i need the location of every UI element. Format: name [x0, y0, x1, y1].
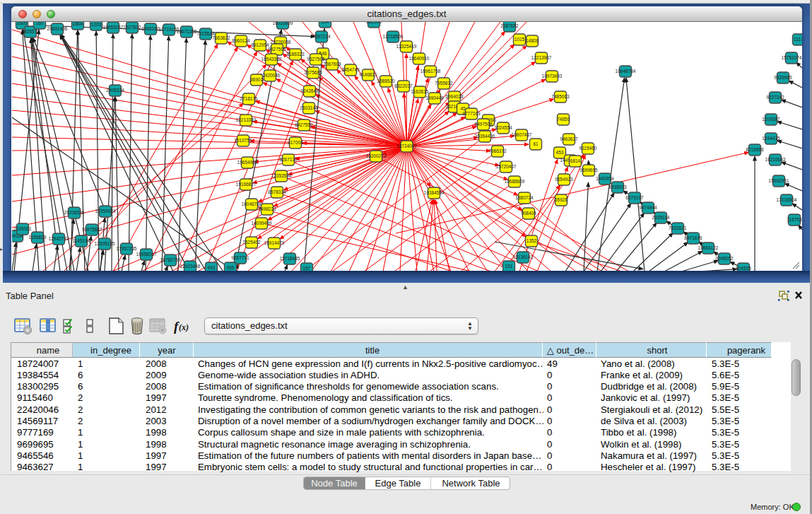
svg-text:12923448: 12923448 — [180, 264, 201, 269]
svg-text:16046788: 16046788 — [242, 201, 262, 206]
svg-text:7632621: 7632621 — [669, 226, 687, 230]
svg-text:10688609: 10688609 — [505, 179, 525, 184]
svg-text:2905334: 2905334 — [106, 88, 124, 93]
svg-text:8578334: 8578334 — [268, 189, 286, 194]
svg-text:19654983: 19654983 — [237, 160, 258, 165]
svg-text:1015: 1015 — [514, 37, 525, 42]
svg-text:8186323: 8186323 — [286, 52, 305, 57]
svg-text:6379197: 6379197 — [625, 195, 644, 200]
svg-text:2603144: 2603144 — [300, 105, 318, 110]
svg-text:1203: 1203 — [91, 22, 102, 27]
svg-text:10653267: 10653267 — [103, 25, 124, 30]
svg-text:1588520: 1588520 — [377, 78, 395, 83]
svg-text:1145194: 1145194 — [73, 238, 90, 243]
svg-text:9329965: 9329965 — [774, 75, 792, 80]
svg-text:965: 965 — [227, 265, 235, 270]
svg-text:18724007: 18724007 — [396, 144, 417, 148]
svg-text:453: 453 — [556, 150, 564, 155]
svg-text:151: 151 — [505, 264, 513, 269]
svg-text:15720407: 15720407 — [496, 164, 517, 169]
svg-text:10975887: 10975887 — [82, 227, 102, 232]
svg-text:17359924: 17359924 — [95, 209, 116, 214]
svg-text:20206536: 20206536 — [64, 210, 85, 215]
svg-text:20691406: 20691406 — [47, 26, 68, 31]
svg-text:1880724: 1880724 — [515, 195, 534, 200]
svg-text:10648784: 10648784 — [616, 69, 636, 74]
svg-text:16961758: 16961758 — [420, 69, 441, 74]
svg-text:9463627: 9463627 — [560, 136, 578, 141]
svg-text:1605: 1605 — [17, 22, 28, 25]
svg-text:2718176: 2718176 — [240, 96, 258, 101]
svg-text:1804: 1804 — [73, 22, 83, 26]
svg-text:15718485: 15718485 — [280, 256, 300, 261]
svg-text:7485063: 7485063 — [551, 94, 570, 99]
svg-text:9327505: 9327505 — [307, 57, 325, 62]
svg-text:17016504: 17016504 — [777, 197, 797, 202]
svg-text:16671355: 16671355 — [177, 29, 197, 34]
svg-text:3024554: 3024554 — [494, 125, 512, 130]
svg-text:8322037: 8322037 — [394, 83, 413, 88]
svg-text:10807487: 10807487 — [512, 132, 532, 137]
svg-text:7955812: 7955812 — [435, 81, 453, 86]
svg-text:2087652: 2087652 — [500, 23, 519, 28]
svg-text:2367608: 2367608 — [323, 62, 341, 66]
svg-text:8471676: 8471676 — [684, 235, 702, 240]
svg-text:(x): (x) — [179, 322, 189, 332]
svg-text:9777169: 9777169 — [462, 111, 481, 116]
svg-text:8912954: 8912954 — [251, 42, 269, 47]
svg-text:1010755: 1010755 — [234, 138, 252, 143]
svg-text:15300273: 15300273 — [366, 153, 387, 158]
svg-text:65928: 65928 — [555, 197, 567, 202]
svg-text:1156829: 1156829 — [29, 235, 47, 240]
svg-text:18640910: 18640910 — [409, 56, 430, 61]
svg-text:1162615: 1162615 — [411, 89, 429, 94]
svg-text:1209387: 1209387 — [762, 117, 780, 122]
svg-text:14099489: 14099489 — [252, 221, 272, 226]
svg-text:116753: 116753 — [787, 217, 802, 222]
svg-text:9245052: 9245052 — [715, 256, 734, 261]
svg-text:19166827: 19166827 — [236, 182, 257, 187]
svg-text:6466160: 6466160 — [141, 26, 160, 31]
svg-text:6994028: 6994028 — [445, 94, 464, 99]
svg-text:12353594: 12353594 — [271, 173, 292, 178]
svg-text:8454749: 8454749 — [341, 67, 360, 72]
svg-text:9827505: 9827505 — [268, 47, 286, 52]
svg-text:19384554: 19384554 — [424, 190, 445, 195]
svg-text:8938923: 8938923 — [608, 185, 627, 189]
svg-text:16210643: 16210643 — [765, 157, 786, 162]
svg-text:1352: 1352 — [526, 238, 537, 243]
svg-text:61: 61 — [533, 141, 539, 146]
svg-text:417004: 417004 — [288, 140, 303, 145]
svg-text:16914479: 16914479 — [264, 240, 285, 245]
svg-text:98901: 98901 — [250, 77, 263, 82]
svg-text:1990448: 1990448 — [425, 95, 444, 100]
svg-text:7357224: 7357224 — [312, 34, 331, 39]
svg-text:8427552: 8427552 — [295, 122, 313, 127]
svg-text:7986372: 7986372 — [488, 148, 507, 153]
svg-text:1244415: 1244415 — [762, 136, 780, 141]
svg-text:9242848: 9242848 — [300, 88, 319, 93]
svg-text:14808: 14808 — [526, 38, 539, 43]
svg-text:12942737: 12942737 — [49, 236, 69, 241]
svg-text:12213383: 12213383 — [236, 117, 257, 122]
svg-text:74850: 74850 — [557, 117, 570, 122]
svg-text:7625402: 7625402 — [242, 240, 261, 245]
svg-text:15692951: 15692951 — [769, 178, 789, 183]
svg-text:5498222: 5498222 — [258, 206, 276, 211]
svg-text:1440954: 1440954 — [596, 176, 614, 181]
svg-text:10973493: 10973493 — [542, 74, 563, 78]
svg-text:3375685: 3375685 — [304, 70, 322, 75]
svg-text:10654122: 10654122 — [698, 245, 719, 250]
svg-text:9474444: 9474444 — [639, 205, 657, 210]
svg-text:16543382: 16543382 — [261, 57, 282, 62]
svg-text:908404: 908404 — [521, 211, 536, 216]
svg-text:6814: 6814 — [570, 158, 581, 163]
svg-text:881305: 881305 — [366, 22, 382, 24]
svg-text:7663822: 7663822 — [212, 35, 230, 40]
svg-text:104: 104 — [322, 22, 329, 24]
svg-text:16782759: 16782759 — [160, 257, 181, 262]
svg-text:2935114: 2935114 — [652, 215, 670, 220]
svg-text:10958167: 10958167 — [136, 252, 157, 257]
svg-text:2035061: 2035061 — [13, 226, 32, 231]
svg-text:9115460: 9115460 — [579, 146, 597, 151]
